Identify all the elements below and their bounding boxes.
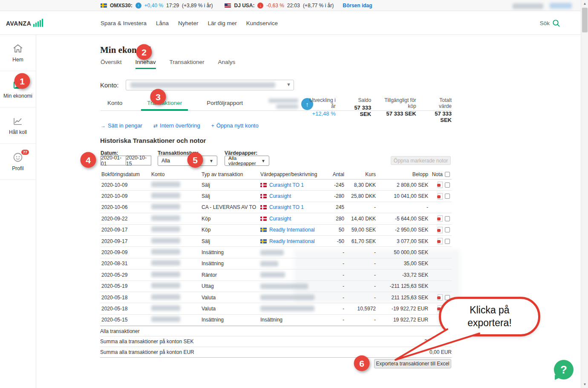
- cell-date: 2020-05-15: [100, 317, 150, 323]
- note-checkbox[interactable]: [445, 216, 450, 221]
- borsen-idag-link[interactable]: Börsen idag: [343, 3, 372, 9]
- nav-item-spara-investera[interactable]: Spara & Investera: [101, 20, 147, 26]
- tutorial-step-1: 1: [14, 73, 30, 89]
- table-row: 2020-05-18Valuta--211 125,63 SEK: [100, 292, 452, 303]
- cell-antal: -245: [314, 182, 345, 188]
- notification-badge: 77: [21, 150, 29, 155]
- subtab-portfoljrapport[interactable]: Portföljrapport: [201, 97, 249, 110]
- cell-antal: -: [314, 295, 345, 301]
- top-navigation: AVANZA Spara & InvesteraLånaNyheterLär d…: [0, 11, 581, 35]
- pdf-note-icon[interactable]: [438, 193, 443, 200]
- scroll-down-arrow-icon[interactable]: ▼: [581, 381, 588, 388]
- tutorial-speech-bubble: Klicka på exportera!: [439, 297, 540, 336]
- help-button[interactable]: ?: [554, 360, 574, 379]
- sidebar-item-hall-koll[interactable]: Håll koll: [0, 107, 36, 144]
- scroll-up-arrow-icon[interactable]: ▲: [581, 0, 588, 7]
- date-from-input[interactable]: 2020-01-01: [101, 156, 126, 165]
- tab-analys[interactable]: Analys: [218, 59, 236, 69]
- quick-link-satt-in-pengar[interactable]: →Sätt in pengar: [101, 122, 142, 129]
- sidebar-item-label: Hem: [12, 57, 23, 63]
- select-all-checkbox[interactable]: [445, 172, 450, 177]
- export-to-excel-button[interactable]: Exportera transaktioner till Excel: [374, 359, 451, 368]
- column-header-belopp: Belopp: [377, 171, 429, 177]
- cell-antal: -: [314, 249, 345, 255]
- table-row: 2020-10-09SäljCurasight TO 1-2458,30 DKK…: [100, 180, 452, 191]
- search-button[interactable]: Sök: [540, 11, 560, 35]
- account-name-blurred: [130, 82, 275, 88]
- nav-item-lar-dig-mer[interactable]: Lär dig mer: [208, 20, 236, 26]
- open-notes-button[interactable]: Öppna markerade notor: [391, 156, 451, 165]
- account-blurred: [151, 260, 180, 266]
- cell-security: Readly International: [259, 227, 314, 233]
- security-link[interactable]: Curasight: [269, 216, 291, 222]
- security-select[interactable]: Alla värdepapper ▼: [225, 156, 269, 166]
- quick-link-intern-overforing[interactable]: ⇄Intern överföring: [153, 122, 200, 129]
- column-header-label: Antal: [333, 171, 344, 177]
- bubble-text-line2: exportera!: [467, 317, 512, 330]
- note-checkbox[interactable]: [445, 239, 450, 244]
- tutorial-step-3: 3: [150, 89, 166, 105]
- pdf-note-icon[interactable]: [438, 182, 443, 188]
- main-nav: Spara & InvesteraLånaNyheterLär dig merK…: [101, 11, 278, 35]
- nav-item-kundservice[interactable]: Kundservice: [246, 20, 278, 26]
- chevron-down-icon: ▼: [286, 82, 291, 87]
- cell-security: Curasight TO 1: [259, 182, 314, 188]
- stat-saldo: Saldo57 333 SEK: [347, 97, 371, 117]
- cell-type: Sälj: [200, 193, 259, 199]
- sidebar-item-label: Profil: [12, 165, 23, 171]
- column-header-label: Nota: [432, 171, 443, 177]
- cell-belopp: 50 000,00 SEK: [377, 249, 429, 255]
- arrow-up-icon: ↑: [135, 3, 141, 9]
- sidebar-item-profil[interactable]: 77Profil: [0, 144, 36, 180]
- table-row: 2020-08-31Insättning--35,00 SEK: [100, 258, 452, 269]
- security-link[interactable]: Curasight TO 1: [269, 204, 304, 210]
- security-link[interactable]: Curasight TO 1: [269, 182, 304, 188]
- cell-security: [259, 261, 314, 266]
- chevron-down-icon: ▼: [261, 159, 265, 163]
- summary-eur-value: 0,00 EUR: [429, 349, 452, 355]
- security-link[interactable]: Curasight: [269, 193, 291, 199]
- cell-date: 2020-05-18: [100, 306, 150, 312]
- pdf-note-icon[interactable]: [438, 294, 443, 301]
- date-to-input[interactable]: 2020-10-15: [126, 156, 151, 165]
- security-blurred: [260, 306, 314, 311]
- note-checkbox[interactable]: [445, 194, 450, 199]
- cell-security: [259, 295, 314, 300]
- sidebar-item-hem[interactable]: Hem: [0, 35, 36, 71]
- cell-kurs: -: [345, 261, 377, 266]
- avanza-logo[interactable]: AVANZA: [6, 19, 43, 27]
- security-blurred: [260, 261, 278, 266]
- deposit-icon: →: [101, 123, 106, 129]
- cell-date: 2020-10-09: [100, 193, 150, 199]
- pdf-note-icon[interactable]: [438, 238, 443, 244]
- vertical-scrollbar[interactable]: ▲ ▼: [581, 0, 588, 388]
- note-checkbox[interactable]: [445, 227, 450, 232]
- cell-belopp: 2 808,00 SEK: [377, 182, 429, 188]
- pdf-note-icon[interactable]: [438, 215, 443, 222]
- stat-utveckling-i-ar: Utveckling i år+12,48 %: [309, 97, 336, 117]
- cell-date: 2020-09-17: [100, 227, 150, 233]
- note-checkbox[interactable]: [445, 182, 450, 188]
- cell-kurs: 61,70 SEK: [345, 238, 377, 244]
- cell-type: Köp: [200, 227, 259, 233]
- nav-item-lana[interactable]: Låna: [156, 20, 169, 26]
- nav-item-nyheter[interactable]: Nyheter: [178, 20, 198, 26]
- tab-transaktioner[interactable]: Transaktioner: [170, 59, 205, 69]
- cell-date: 2020-09-22: [100, 216, 150, 222]
- pdf-note-icon[interactable]: [438, 227, 443, 233]
- scrollbar-thumb[interactable]: [582, 8, 588, 32]
- tab-oversikt[interactable]: Översikt: [101, 59, 122, 69]
- account-select[interactable]: ▼: [126, 80, 294, 90]
- subtab-konto[interactable]: Konto: [101, 97, 128, 110]
- cell-kurs: 10,5972: [345, 306, 377, 312]
- cell-security: Curasight TO 1: [259, 204, 314, 210]
- cell-type: Räntor: [200, 272, 259, 278]
- stat-label: Saldo: [347, 97, 371, 103]
- logout-link-blurred[interactable]: [550, 3, 572, 9]
- security-link[interactable]: Readly International: [269, 238, 315, 244]
- tab-innehav[interactable]: Innehav: [135, 59, 156, 69]
- summary-sek-label: Summa alla transaktioner på konton SEK: [100, 339, 193, 345]
- quick-link-oppna-nytt-konto[interactable]: +Öppna nytt konto: [211, 122, 259, 129]
- security-link[interactable]: Readly International: [269, 227, 315, 233]
- chart-icon: [12, 116, 23, 127]
